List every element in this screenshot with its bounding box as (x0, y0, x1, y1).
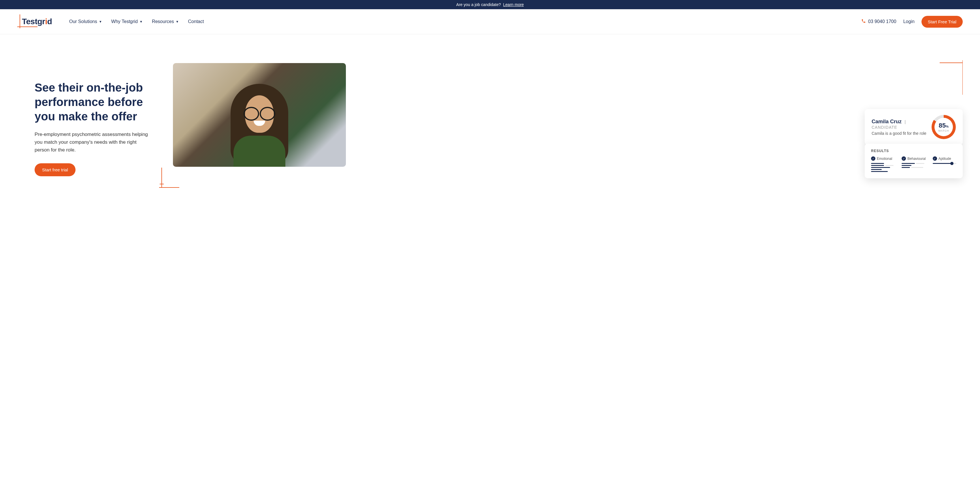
behavioural-bars (902, 163, 926, 169)
nav-label: Our Solutions (69, 19, 97, 24)
header-right: 03 9040 1700 Login Start Free Trial (861, 16, 963, 28)
candidate-photo (173, 63, 346, 167)
candidate-name: Camila Cruz (872, 119, 902, 124)
logo-mark-horizontal (17, 27, 37, 27)
top-banner: Are you a job candidate? Learn more (0, 0, 980, 9)
site-header: Testgrid Our Solutions ▼ Why Testgrid ▼ … (0, 9, 980, 34)
candidate-info: Camila Cruz | CANDIDATE Camila is a good… (872, 119, 927, 136)
result-aptitude: ✓ Aptitude (933, 156, 956, 173)
nav-label: Why Testgrid (111, 19, 138, 24)
result-label: Emotional (877, 157, 892, 161)
aptitude-slider (933, 163, 956, 164)
chevron-down-icon: ▼ (140, 20, 143, 23)
phone-link[interactable]: 03 9040 1700 (861, 19, 896, 24)
candidate-card: Camila Cruz | CANDIDATE Camila is a good… (865, 109, 963, 145)
phone-number: 03 9040 1700 (868, 19, 896, 24)
start-free-trial-button[interactable]: Start Free Trial (921, 16, 963, 28)
nav-resources[interactable]: Resources ▼ (152, 19, 179, 24)
hero-title: See their on-the-job performance before … (35, 80, 156, 124)
main-nav: Our Solutions ▼ Why Testgrid ▼ Resources… (69, 19, 204, 24)
match-percent: 85% (939, 122, 948, 129)
login-link[interactable]: Login (903, 19, 915, 24)
candidate-fit-text: Camila is a good fit for the role (872, 131, 927, 136)
result-emotional: ✓ Emotional (871, 156, 895, 173)
emotional-bars (871, 163, 895, 172)
check-icon: ✓ (902, 156, 906, 161)
results-title: RESULTS (871, 149, 956, 153)
match-label: MATCH (939, 129, 949, 132)
banner-text: Are you a job candidate? (456, 2, 501, 7)
result-behavioural: ✓ Behavioural (902, 156, 926, 173)
hero-visual: Camila Cruz | CANDIDATE Camila is a good… (173, 63, 945, 176)
hero-start-free-trial-button[interactable]: Start free trial (35, 163, 76, 176)
chevron-down-icon: ▼ (175, 20, 179, 23)
hero-content: See their on-the-job performance before … (35, 63, 156, 176)
check-icon: ✓ (871, 156, 875, 161)
hero-subtitle: Pre-employment psychometric assessments … (35, 130, 150, 154)
logo[interactable]: Testgrid (17, 14, 58, 29)
logo-text: Testgrid (17, 17, 52, 26)
match-ring: 85% MATCH (932, 115, 956, 139)
banner-link[interactable]: Learn more (503, 2, 524, 7)
hero-section: See their on-the-job performance before … (0, 34, 980, 193)
result-label: Behavioural (907, 157, 926, 161)
results-card: RESULTS ✓ Emotional (865, 144, 963, 178)
nav-why-testgrid[interactable]: Why Testgrid ▼ (111, 19, 143, 24)
nav-label: Contact (188, 19, 204, 24)
nav-contact[interactable]: Contact (188, 19, 204, 24)
chevron-down-icon: ▼ (99, 20, 102, 23)
result-label: Aptitude (939, 157, 951, 161)
phone-icon (861, 19, 866, 24)
nav-our-solutions[interactable]: Our Solutions ▼ (69, 19, 102, 24)
check-icon: ✓ (933, 156, 937, 161)
nav-label: Resources (152, 19, 174, 24)
